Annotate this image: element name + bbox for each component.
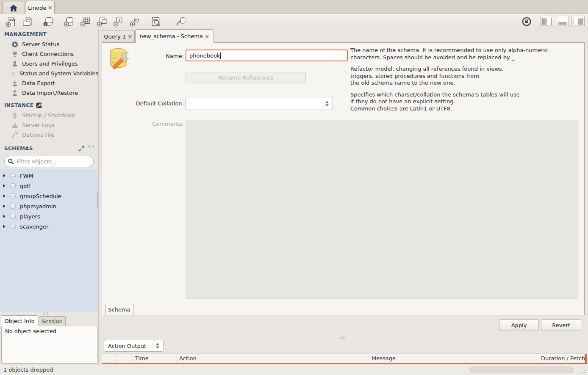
open-sql-file-icon[interactable]: SQL (22, 16, 33, 27)
toggle-right-panel-button[interactable] (571, 16, 585, 27)
help-refactor: Refactor model, changing all references … (350, 66, 581, 87)
expand-panel-icon[interactable] (78, 146, 84, 152)
output-view-select[interactable]: Action Output (104, 340, 164, 352)
object-info-content: No object selected (1, 326, 97, 364)
help-collation: Specifies which charset/collation the sc… (350, 91, 581, 113)
schema-cylinder-icon (10, 193, 17, 199)
tab-query-1[interactable]: Query 1 × (102, 30, 135, 42)
output-splitter-handle[interactable] (341, 336, 344, 339)
toggle-bottom-panel-button[interactable] (556, 16, 569, 27)
schema-node-groupschedule[interactable]: groupSchedule (0, 191, 98, 201)
schema-cylinder-icon (10, 183, 17, 189)
rename-references-button[interactable]: Rename References (186, 72, 306, 83)
sidebar-item-users-privileges[interactable]: Users and Privileges (0, 59, 98, 69)
schema-list-scrollbar[interactable] (97, 193, 98, 209)
column-status-icon[interactable] (102, 354, 116, 363)
schema-node-scavenger[interactable]: scavenger (0, 221, 98, 232)
sidebar-item-server-status[interactable]: Server Status (0, 39, 98, 49)
play-circle-icon (11, 41, 18, 48)
table-search-icon[interactable] (150, 16, 161, 27)
resize-grip-icon[interactable] (581, 367, 587, 373)
text-caret (220, 52, 221, 59)
schema-cylinder-icon (10, 203, 17, 210)
new-table-icon[interactable] (80, 16, 91, 27)
home-icon (9, 4, 18, 12)
close-icon[interactable]: × (205, 33, 210, 39)
sidebar-item-data-import[interactable]: Data Import/Restore (0, 88, 98, 98)
new-schema-icon[interactable] (64, 16, 75, 27)
tab-schema-bottom[interactable]: Schema (105, 304, 133, 315)
lock-status-icon[interactable] (521, 17, 532, 27)
horizontal-scrollbar[interactable] (469, 367, 573, 373)
close-icon[interactable]: × (128, 33, 133, 39)
navigator-sidebar: MANAGEMENT Server Status Client Connecti… (0, 29, 99, 312)
sidebar-item-startup-shutdown[interactable]: Startup / Shutdown (0, 110, 98, 120)
monitor-icon (11, 70, 16, 77)
db-info-icon[interactable]: i (43, 16, 54, 27)
tab-session[interactable]: Session (39, 316, 66, 326)
toggle-left-panel-button[interactable] (540, 16, 553, 27)
new-function-icon[interactable]: f() (130, 16, 141, 27)
tab-object-info[interactable]: Object Info (1, 315, 38, 326)
schema-node-golf[interactable]: golf (0, 181, 98, 191)
server-icon (11, 112, 18, 119)
expander-icon[interactable] (3, 174, 6, 177)
connection-tab-linode[interactable]: Linode × (26, 1, 55, 14)
name-label: Name: (102, 53, 184, 59)
sidebar-item-options-file[interactable]: Options File (0, 130, 98, 140)
expander-icon[interactable] (3, 215, 6, 218)
new-procedure-icon[interactable] (113, 16, 124, 27)
collation-select[interactable] (186, 97, 333, 110)
refresh-schemas-icon[interactable] (88, 146, 94, 152)
reconnect-db-icon[interactable] (175, 16, 186, 27)
expander-icon[interactable] (3, 184, 6, 188)
sidebar-splitter-handle[interactable] (44, 312, 48, 315)
expander-icon[interactable] (3, 204, 6, 208)
instance-wrench-badge-icon (36, 102, 42, 108)
schema-node-phpmyadmin[interactable]: phpmyadmin (0, 201, 98, 211)
expander-icon[interactable] (3, 194, 6, 198)
comments-label: Comments: (102, 121, 184, 127)
toggle-right-panel-icon (574, 18, 583, 25)
revert-button[interactable]: Revert (541, 319, 581, 331)
expander-icon[interactable] (3, 225, 6, 228)
object-info-panel: Object Info Session No object selected (0, 312, 99, 365)
status-message: 1 objects dropped (3, 367, 53, 373)
sidebar-item-server-logs[interactable]: Server Logs (0, 120, 98, 130)
column-duration-fetch[interactable]: Duration / Fetch (538, 354, 587, 363)
column-time[interactable]: Time (133, 354, 177, 363)
schema-tree: FWM golf groupSchedule (0, 169, 98, 312)
sidebar-item-client-connections[interactable]: Client Connections (0, 49, 98, 59)
svg-text:SQL: SQL (9, 18, 15, 21)
select-divider (153, 342, 153, 350)
apply-button[interactable]: Apply (499, 319, 539, 331)
schema-node-players[interactable]: players (0, 211, 98, 221)
schema-filter-input[interactable]: Filter objects (4, 156, 94, 167)
close-icon[interactable]: × (47, 5, 53, 11)
toolbar-right-cluster (521, 14, 585, 29)
new-sql-file-icon[interactable]: SQL (6, 16, 17, 27)
column-action[interactable]: Action (177, 354, 369, 363)
tab-new-schema[interactable]: new_schema - Schema × (135, 29, 214, 43)
status-bar: 1 objects dropped (0, 365, 588, 375)
instance-section-title: INSTANCE (4, 102, 42, 108)
sidebar-item-data-export[interactable]: Data Export (0, 78, 98, 88)
new-view-icon[interactable] (97, 16, 108, 27)
mysql-workbench-window: Linode × SQL SQL i (0, 0, 588, 375)
wrench-icon (11, 132, 18, 138)
column-message[interactable]: Message (369, 354, 538, 363)
document-tabbar: Linode × (0, 0, 588, 14)
management-section-title: MANAGEMENT (4, 31, 47, 37)
comments-textarea[interactable] (186, 120, 578, 299)
column-index[interactable] (116, 354, 133, 363)
no-object-message: No object selected (5, 328, 56, 334)
sidebar-item-status-variables[interactable]: Status and System Variables (0, 69, 98, 78)
schema-node-fwm[interactable]: FWM (0, 171, 98, 181)
stepper-icon (156, 343, 159, 349)
home-tab[interactable] (2, 2, 25, 14)
svg-text:SQL: SQL (27, 18, 32, 20)
editor-bottom-divider (102, 304, 584, 304)
toggle-left-panel-icon (542, 18, 552, 25)
schema-name-input[interactable]: phonebook (186, 50, 348, 61)
toggle-bottom-panel-icon (558, 18, 567, 25)
